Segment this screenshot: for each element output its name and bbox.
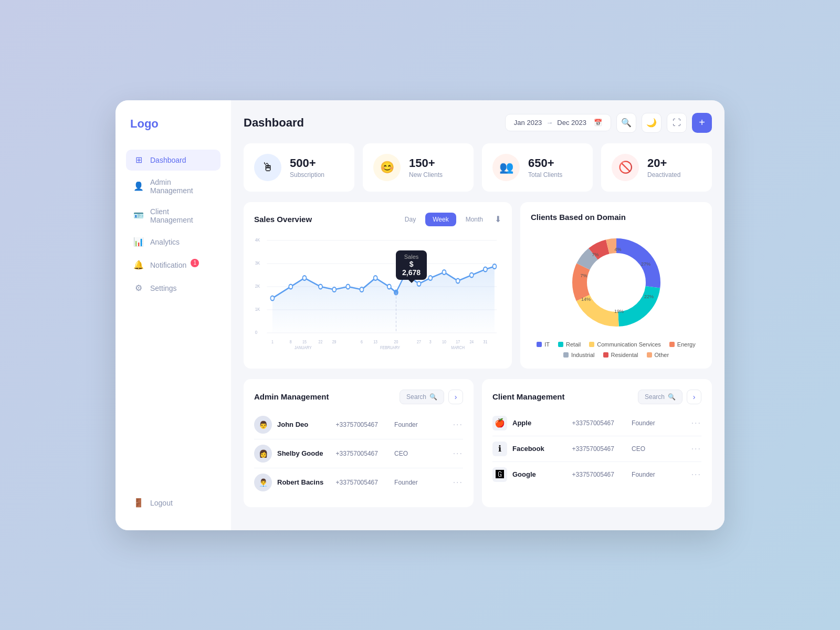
notification-nav-icon: 🔔 xyxy=(133,260,144,270)
row-role: Founder xyxy=(632,419,686,427)
subscription-value: 500+ xyxy=(290,156,324,170)
domain-card-header: Clients Based on Domain xyxy=(531,213,701,222)
client-table-row: 🅶 Google +33757005467 Founder ··· xyxy=(492,462,701,487)
svg-point-12 xyxy=(302,276,306,280)
admin-card-title: Admin Management xyxy=(254,392,329,401)
analytics-nav-icon: 📊 xyxy=(133,237,144,247)
row-role: Founder xyxy=(394,479,448,486)
stat-cards: 🖱 500+ Subscription 😊 150+ New Clients 👥… xyxy=(244,143,712,192)
logout-icon: 🚪 xyxy=(133,498,144,508)
sidebar-item-analytics[interactable]: 📊 Analytics xyxy=(126,232,220,253)
management-row: Admin Management Search 🔍 › 👨 John Deo +… xyxy=(244,379,712,507)
download-button[interactable]: ⬇ xyxy=(495,214,501,224)
row-more-button[interactable]: ··· xyxy=(691,418,701,428)
logout-item[interactable]: 🚪 Logout xyxy=(126,492,220,513)
admin-search-icon: 🔍 xyxy=(429,393,437,401)
dashboard-nav-icon: ⊞ xyxy=(133,155,144,165)
svg-text:1: 1 xyxy=(271,339,274,344)
nav-items: ⊞ Dashboard 👤 Admin Management 🪪 Client … xyxy=(126,150,220,492)
tab-week[interactable]: Week xyxy=(425,213,456,226)
legend-other: Other xyxy=(647,352,669,358)
admin-search-row: Search 🔍 › xyxy=(400,390,463,404)
admin-table-row: 👩 Shelby Goode +33757005467 CEO ··· xyxy=(254,439,463,468)
svg-point-26 xyxy=(484,267,487,271)
add-button[interactable]: + xyxy=(692,113,712,133)
date-arrow: → xyxy=(546,119,553,127)
new_clients-icon: 😊 xyxy=(373,154,401,181)
svg-text:7%: 7% xyxy=(580,273,587,278)
svg-text:19%: 19% xyxy=(614,309,623,314)
total_clients-info: 650+ Total Clients xyxy=(528,156,562,178)
row-phone: +33757005467 xyxy=(336,450,390,457)
admin-search-placeholder: Search xyxy=(406,393,426,401)
tab-day[interactable]: Day xyxy=(397,213,423,226)
svg-text:22%: 22% xyxy=(644,294,653,299)
row-more-button[interactable]: ··· xyxy=(453,478,463,487)
admin-card-header: Admin Management Search 🔍 › xyxy=(254,390,463,404)
row-name: Robert Bacins xyxy=(277,478,331,486)
domain-title: Clients Based on Domain xyxy=(531,213,626,222)
svg-text:15: 15 xyxy=(302,339,307,344)
row-more-button[interactable]: ··· xyxy=(691,470,701,479)
subscription-info: 500+ Subscription xyxy=(290,156,324,178)
svg-point-16 xyxy=(360,287,363,292)
row-name: John Deo xyxy=(277,421,331,428)
analytics-nav-label: Analytics xyxy=(150,238,180,246)
line-chart-area: 4K 3K 2K 1K 0 xyxy=(254,235,501,350)
date-range[interactable]: Jan 2023 → Dec 2023 📅 xyxy=(505,114,611,131)
legend-label: Energy xyxy=(677,341,696,348)
settings-nav-label: Settings xyxy=(150,284,177,292)
tab-month[interactable]: Month xyxy=(458,213,490,226)
sidebar-item-dashboard[interactable]: ⊞ Dashboard xyxy=(126,150,220,171)
svg-point-18 xyxy=(387,284,391,289)
svg-point-22 xyxy=(428,276,432,280)
fullscreen-button[interactable]: ⛶ xyxy=(667,113,687,133)
svg-text:MARCH: MARCH xyxy=(451,345,465,350)
client-search-icon: 🔍 xyxy=(668,393,676,401)
svg-text:8: 8 xyxy=(290,339,292,344)
client-search-row: Search 🔍 › xyxy=(638,390,701,404)
donut-svg: 27% 22% 19% 14% 7% 7% 4% xyxy=(564,230,669,335)
sidebar-item-notification[interactable]: 🔔 Notification 1 xyxy=(126,255,220,276)
page-title: Dashboard xyxy=(244,116,304,130)
svg-text:20: 20 xyxy=(394,339,398,344)
sidebar-item-settings[interactable]: ⚙ Settings xyxy=(126,278,220,299)
admin-table-row: 👨‍💼 Robert Bacins +33757005467 Founder ·… xyxy=(254,468,463,497)
avatar: 👨 xyxy=(254,416,272,434)
svg-point-14 xyxy=(332,287,336,292)
svg-text:4K: 4K xyxy=(255,237,260,243)
header-right: Jan 2023 → Dec 2023 📅 🔍 🌙 ⛶ + xyxy=(505,113,712,133)
legend-industrial: Industrial xyxy=(563,352,595,358)
row-more-button[interactable]: ··· xyxy=(453,420,463,429)
row-more-button[interactable]: ··· xyxy=(691,444,701,454)
admin-search-box[interactable]: Search 🔍 xyxy=(400,390,444,404)
legend-label: Communication Services xyxy=(597,341,661,348)
sidebar-item-client[interactable]: 🪪 Client Management xyxy=(126,202,220,229)
dark-mode-button[interactable]: 🌙 xyxy=(642,113,662,133)
logout-label: Logout xyxy=(150,499,173,507)
svg-point-11 xyxy=(289,284,292,289)
sidebar-item-admin[interactable]: 👤 Admin Management xyxy=(126,173,220,200)
stat-card-subscription: 🖱 500+ Subscription xyxy=(244,143,354,192)
charts-row: Sales Overview Day Week Month ⬇ 4K xyxy=(244,202,712,369)
deactivated-icon: 🚫 xyxy=(612,154,639,181)
svg-text:3K: 3K xyxy=(255,260,260,266)
domain-chart-card: Clients Based on Domain xyxy=(520,202,712,369)
client-search-box[interactable]: Search 🔍 xyxy=(638,390,682,404)
svg-text:7%: 7% xyxy=(592,252,598,257)
subscription-icon: 🖱 xyxy=(254,154,281,181)
client-card-title: Client Management xyxy=(492,392,565,401)
row-more-button[interactable]: ··· xyxy=(453,449,463,458)
admin-chevron-btn[interactable]: › xyxy=(448,390,463,404)
legend-label: Retail xyxy=(566,341,581,348)
admin-nav-icon: 👤 xyxy=(133,181,144,192)
sales-card-header: Sales Overview Day Week Month ⬇ xyxy=(254,213,501,226)
date-to: Dec 2023 xyxy=(557,119,586,127)
client-logo: ℹ xyxy=(492,442,507,456)
search-button[interactable]: 🔍 xyxy=(616,113,636,133)
admin-management-card: Admin Management Search 🔍 › 👨 John Deo +… xyxy=(244,379,474,507)
svg-point-13 xyxy=(319,284,322,289)
client-logo: 🅶 xyxy=(492,467,507,482)
client-chevron-btn[interactable]: › xyxy=(687,390,701,404)
settings-nav-icon: ⚙ xyxy=(133,283,144,293)
